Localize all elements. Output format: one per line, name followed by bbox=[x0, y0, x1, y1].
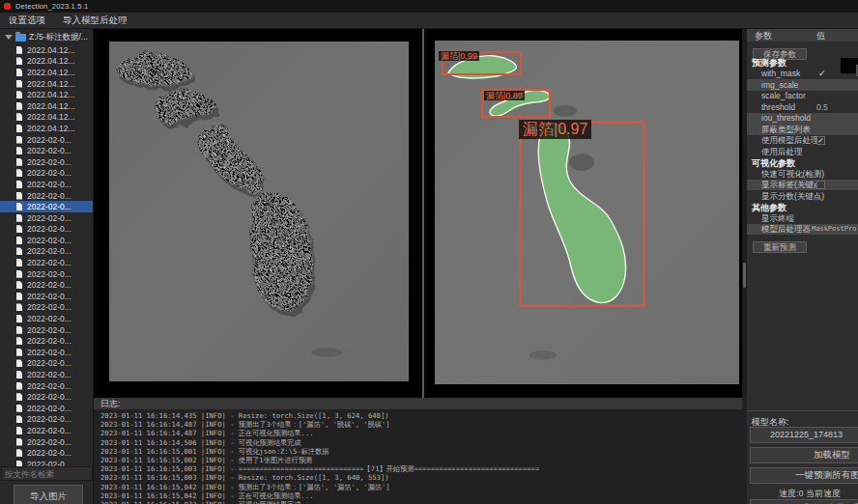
model-panel: 模型名称: 20221225_174813 加载模型 一键预测所有图片 速度:0… bbox=[747, 410, 858, 504]
list-item[interactable]: 2022.04.12... bbox=[0, 44, 94, 56]
image-workspace: 漏箔|0.99 漏箔|0.89 漏箔|0.97 bbox=[94, 29, 742, 398]
file-icon bbox=[16, 237, 22, 244]
original-image bbox=[109, 42, 409, 381]
param-row-img-scale[interactable]: img_scale bbox=[747, 79, 858, 91]
file-name: 2022-02-0... bbox=[27, 269, 72, 279]
threshold-value: 0.5 bbox=[816, 102, 828, 112]
param-row-use-postprocess[interactable]: 使用后处理 bbox=[747, 146, 858, 157]
predict-all-button[interactable]: 一键预测所有图片 bbox=[750, 467, 858, 484]
param-row-quick-visualize[interactable]: 快速可视化(检测) bbox=[747, 168, 858, 180]
list-item[interactable]: 2022-02-0... bbox=[0, 347, 94, 358]
param-row-scale-factor[interactable]: scale_factor bbox=[747, 91, 858, 102]
section-visualization-params: 可视化参数 bbox=[747, 157, 858, 169]
list-item[interactable]: 2022-02-0... bbox=[0, 335, 94, 347]
list-item[interactable]: 2022-02-0... bbox=[0, 212, 94, 224]
list-item[interactable]: 2022-02-0... bbox=[0, 369, 94, 380]
load-model-button[interactable]: 加载模型 bbox=[750, 447, 858, 463]
list-item[interactable]: 2022.04.12... bbox=[0, 112, 94, 124]
param-row-show-terminal[interactable]: 显示终端 bbox=[747, 212, 858, 224]
app-window: Detection_2023.1.5.1 设置选项 导入模型后处理 Z:/5-标… bbox=[0, 0, 858, 504]
list-item[interactable]: 2022-02-0... bbox=[0, 391, 94, 403]
list-item[interactable]: 2022-02-0... bbox=[0, 302, 94, 314]
file-icon bbox=[16, 169, 22, 177]
file-icon bbox=[16, 293, 22, 300]
file-icon bbox=[16, 158, 22, 166]
list-item[interactable]: 2022.04.12... bbox=[0, 100, 94, 112]
postprocess-params-button[interactable]: 后处理参数设置 bbox=[750, 499, 858, 504]
app-icon bbox=[4, 3, 11, 10]
param-row-show-labels[interactable]: 显示标签(关键点) bbox=[747, 180, 858, 191]
list-item[interactable]: 2022-02-0... bbox=[0, 436, 94, 448]
list-item[interactable]: 2022-02-0... bbox=[0, 224, 94, 236]
list-item[interactable]: 2022-02-0... bbox=[0, 268, 94, 280]
checkbox-unchecked-icon[interactable] bbox=[816, 181, 825, 189]
model-name-field[interactable]: 20221225_174813 bbox=[750, 427, 858, 443]
param-row-threshold[interactable]: threshold 0.5 bbox=[747, 101, 858, 113]
file-name: 2022-02-0... bbox=[27, 146, 72, 155]
file-name: 2022.04.12... bbox=[27, 124, 75, 133]
list-item[interactable]: 2022-02-0... bbox=[0, 291, 94, 302]
panel-splitter[interactable] bbox=[422, 29, 424, 398]
log-line: 2023-01-11 16:16:15,042 |INFO| - 预测出了3个结… bbox=[100, 483, 742, 491]
menu-bar: 设置选项 导入模型后处理 bbox=[0, 13, 858, 29]
list-item[interactable]: 2022-02-0... bbox=[0, 414, 94, 426]
defect-artwork bbox=[109, 42, 409, 381]
param-row-use-model-postprocess[interactable]: 使用模型后处理 ✓ bbox=[747, 135, 858, 147]
list-item[interactable]: 2022-02-0... bbox=[0, 156, 94, 168]
list-item[interactable]: 2022-02-0... bbox=[0, 279, 94, 291]
list-item[interactable]: 2022.04.12... bbox=[0, 89, 94, 100]
file-icon bbox=[16, 214, 22, 222]
list-item[interactable]: 2022-02-0... bbox=[0, 358, 94, 370]
log-header: 日志: bbox=[94, 398, 742, 409]
chevron-down-icon[interactable] bbox=[5, 35, 13, 40]
log-output[interactable]: 2023-01-11 16:16:14,435 |INFO| - Resize:… bbox=[94, 409, 742, 504]
list-item[interactable]: 2022-02-0... bbox=[0, 145, 94, 156]
import-image-button[interactable]: 导入图片 bbox=[14, 485, 83, 504]
list-item[interactable]: 2022-02-0... bbox=[0, 425, 94, 436]
file-icon bbox=[16, 57, 22, 65]
checkbox-checked-icon[interactable]: ✓ bbox=[816, 136, 825, 145]
list-item[interactable]: 2022-02-0... bbox=[0, 313, 94, 324]
menu-settings-options[interactable]: 设置选项 bbox=[0, 14, 54, 27]
file-icon bbox=[16, 382, 22, 390]
file-name: 2022-02-0... bbox=[27, 336, 72, 346]
list-item[interactable]: 2022.04.12... bbox=[0, 123, 94, 134]
menu-import-model-postprocess[interactable]: 导入模型后处理 bbox=[54, 14, 136, 27]
param-row-model-postprocessor[interactable]: 模型后处理器 MaskPostPro bbox=[747, 224, 858, 236]
list-item[interactable]: 2022-02-0... bbox=[0, 134, 94, 146]
search-input[interactable] bbox=[1, 466, 93, 481]
list-item[interactable]: 2022.04.12... bbox=[0, 78, 94, 90]
file-icon bbox=[16, 270, 22, 278]
file-icon bbox=[16, 315, 22, 322]
list-item[interactable]: 2022-02-0... bbox=[0, 380, 94, 392]
param-row-iou-threshold[interactable]: iou_threshold bbox=[747, 113, 858, 125]
file-icon bbox=[16, 203, 22, 210]
file-name: 2022-02-0... bbox=[27, 191, 72, 201]
file-name: 2022-02-0... bbox=[27, 168, 72, 178]
list-item[interactable]: 2022-02-0... bbox=[0, 447, 94, 459]
list-item[interactable]: 2022-02-0... bbox=[0, 168, 94, 180]
list-item[interactable]: 2022-02-0... bbox=[0, 190, 94, 202]
param-row-show-scores[interactable]: 显示分数(关键点) bbox=[747, 190, 858, 202]
scrollbar-thumb[interactable] bbox=[743, 263, 746, 288]
list-item[interactable]: 2022-02-0... bbox=[0, 324, 94, 336]
list-item[interactable]: 2022.04.12... bbox=[0, 67, 94, 78]
list-item[interactable]: 2022-02-0... bbox=[0, 235, 94, 246]
detection-label: 漏箔|0.97 bbox=[519, 120, 591, 139]
list-item[interactable]: 2022-02-0... bbox=[0, 179, 94, 190]
file-name: 2022-02-0... bbox=[27, 370, 72, 379]
list-item[interactable]: 2022-02-0... bbox=[0, 257, 94, 268]
list-item[interactable]: 2022-02-0... bbox=[0, 201, 94, 212]
param-row-block-type-list[interactable]: 屏蔽类型列表 bbox=[747, 124, 858, 135]
block-button-row: 屏蔽按钮 bbox=[841, 58, 858, 73]
list-item[interactable]: 2022.04.12... bbox=[0, 56, 94, 68]
repredict-button[interactable]: 重新预测 bbox=[753, 241, 807, 253]
tree-root[interactable]: Z:/5-标注数据/... bbox=[0, 31, 93, 43]
detection-box bbox=[519, 121, 645, 307]
file-name: 2022-02-0... bbox=[27, 437, 72, 447]
list-item[interactable]: 2022-02-0... bbox=[0, 403, 94, 414]
params-header: 参数 值 bbox=[747, 29, 858, 42]
list-item[interactable]: 2022-02-0... bbox=[0, 246, 94, 258]
prediction-image: 漏箔|0.99 漏箔|0.89 漏箔|0.97 bbox=[435, 41, 739, 384]
file-icon bbox=[16, 371, 22, 378]
